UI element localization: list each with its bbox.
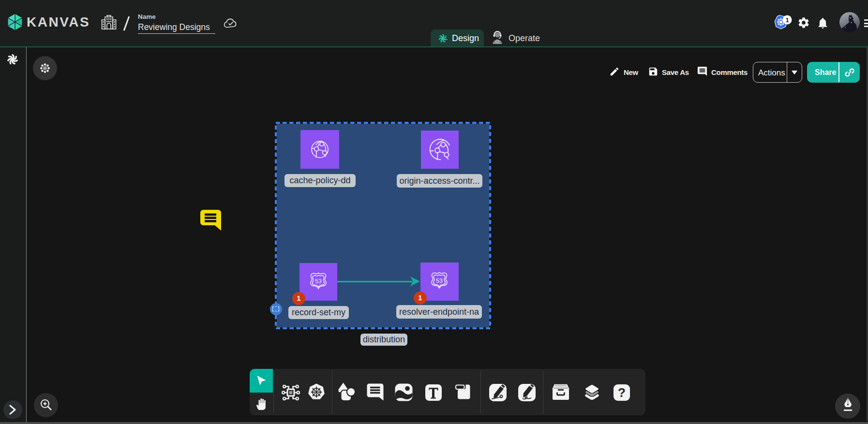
svg-text:?: ? [618, 385, 626, 400]
svg-text:53: 53 [436, 278, 443, 284]
svg-text:53: 53 [315, 278, 322, 285]
svg-text:1: 1 [785, 16, 789, 24]
